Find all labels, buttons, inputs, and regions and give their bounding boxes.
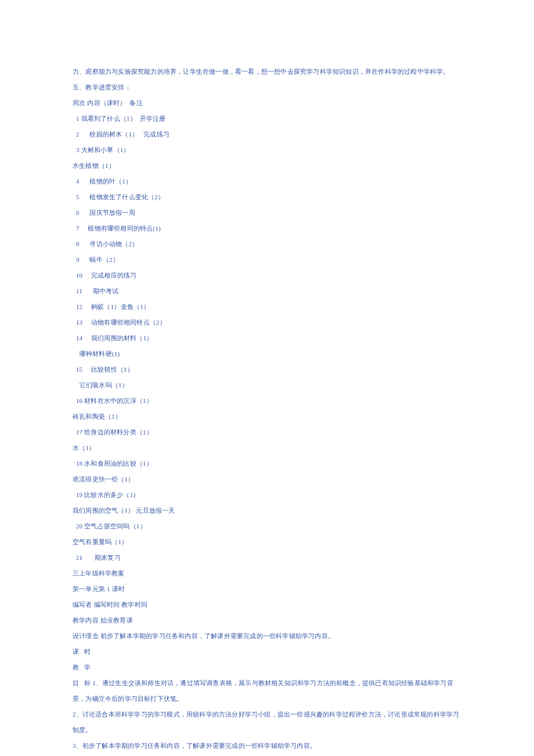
text-line: 哪种材料硬(1) [73,346,461,362]
text-line: 砖瓦和陶瓷（1） [73,409,461,424]
text-line: 16 材料在水中的沉浮（1） [73,393,461,409]
text-line: 7 植物有哪些相同的特点(1) [73,221,461,236]
text-line: 1 我看到了什么（1） 开学注册 [73,111,461,127]
text-line: 力、观察能力与实验探究能力的培养，让学生在做一做，看一看，想一想中去探究学习科学… [73,64,461,80]
text-line: 6 国庆节放假一周 [73,205,461,221]
text-line: 它们吸水吗（1） [73,377,461,393]
text-line: 空气有重量吗（1） [73,534,461,550]
text-line: 9 蜗牛（2） [73,252,461,268]
text-line: 周次 内容（课时） 备注 [73,95,461,111]
text-line: 谁流得更快一些（1） [73,471,461,487]
text-line: 4 植物的叶（1） [73,174,461,189]
text-line: 3、初步了解本学期的学习任务和内容，了解课外需要完成的一些科学辅助学习内容。 [73,738,461,754]
text-line: 第一单元第 1 课时 [73,581,461,597]
text-line: 教 学 [73,660,461,675]
text-line: 12 蚂蚁（1）金鱼（1） [73,299,461,315]
text-line: 3 大树和小草（1） [73,142,461,158]
text-line: 教学内容 始业教育课 [73,613,461,628]
text-line: 水（1） [73,440,461,456]
text-line: 5 植物发生了什么变化（2） [73,189,461,205]
text-line: 我们周围的空气（1） 元旦放假一天 [73,503,461,519]
text-line: 10 完成相应的练习 [73,268,461,283]
text-line: 15 比较韧性（1） [73,362,461,377]
text-line: 五、教学进度安排： [73,80,461,95]
text-line: 13 动物有哪些相同特点（2） [73,315,461,330]
text-line: 21 期末复习 [73,550,461,566]
text-line: 8 寻访小动物（2） [73,236,461,252]
text-line: 14 我们周围的材料（1） [73,330,461,346]
text-line: 目 标 1、通过生生交谈和师生对话，通过填写调查表格，展示与教材相关知识和学习方… [73,675,461,707]
text-line: 18 水和食用油的比较（1） [73,456,461,471]
text-line: 2 校园的树木（1） 完成练习 [73,127,461,142]
text-line: 20 空气占据空间吗（1） [73,519,461,534]
text-line: 设计理念 初步了解本学期的学习任务和内容，了解课外需要完成的一些科学辅助学习内容… [73,628,461,644]
text-line: 2、讨论适合本班科学学习的学习模式，用较科学的方法分好学习小组，提出一些感兴趣的… [73,707,461,738]
text-line: 课 时 [73,644,461,660]
text-line: 19 比较水的多少（1） [73,487,461,503]
text-line: 11 期中考试 [73,283,461,299]
text-line: 17 给身边的材料分类（1） [73,424,461,440]
document-page: 力、观察能力与实验探究能力的培养，让学生在做一做，看一看，想一想中去探究学习科学… [0,0,534,756]
text-line: 水生植物（1） [73,158,461,174]
text-line: 编写者 编写时间 教学时间 [73,597,461,613]
text-line: 三上年级科学教案 [73,566,461,581]
